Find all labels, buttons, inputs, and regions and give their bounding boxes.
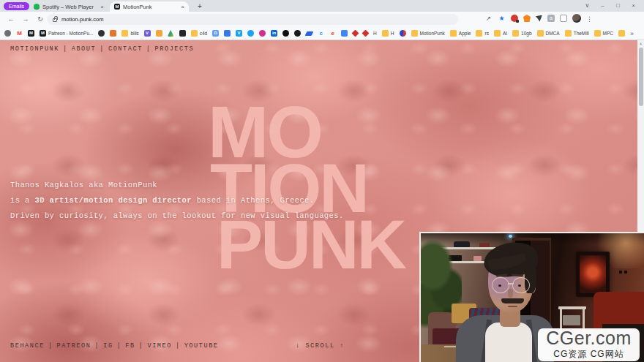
- glasses-lens: [512, 277, 530, 293]
- bookmark-folder-motionpunk[interactable]: MotionPunk: [411, 30, 445, 37]
- bookmark-folder-dmca[interactable]: DMCA: [537, 30, 560, 37]
- footer-link-vimeo[interactable]: VIMEO: [147, 342, 172, 350]
- new-tab-button[interactable]: +: [195, 1, 205, 12]
- tab-search-icon[interactable]: ∨: [580, 0, 595, 12]
- browser-menu-icon[interactable]: ⋮: [586, 15, 593, 23]
- folder-dmca-icon: [537, 30, 544, 37]
- tab-close-icon[interactable]: ×: [181, 4, 184, 10]
- sidepanel-extension-icon[interactable]: [560, 15, 567, 22]
- tab-group-emails[interactable]: Emails: [4, 2, 29, 10]
- adblock-extension-icon[interactable]: [511, 15, 518, 22]
- motionpunk-icon: M: [28, 30, 34, 37]
- nav-link-about[interactable]: ABOUT: [72, 45, 97, 53]
- bookmark-docs[interactable]: D: [212, 30, 219, 37]
- hero-line-3: Driven by curiosity, always on the looko…: [10, 208, 344, 224]
- footer-link-behance[interactable]: BEHANCE: [10, 342, 45, 350]
- person-tshirt: [485, 323, 532, 362]
- watermark-title: CGer.com: [538, 328, 640, 348]
- bookmark-folder-ai[interactable]: AI: [494, 30, 507, 37]
- person-nose: [508, 289, 513, 298]
- url-text[interactable]: motion-punk.com: [61, 16, 104, 23]
- folder-themill-icon: [565, 30, 572, 37]
- bookmark-linkedin[interactable]: in: [271, 30, 277, 37]
- dark-square-icon: [179, 30, 186, 37]
- dark-extension-icon[interactable]: [536, 15, 542, 22]
- e-site-icon: e: [329, 30, 336, 37]
- bookmarks-overflow-icon[interactable]: »: [630, 30, 634, 37]
- tab-title: Spotify – Web Player: [42, 4, 97, 10]
- scrollbar-up-icon[interactable]: ▲: [637, 40, 644, 47]
- instagram-icon: [259, 30, 266, 37]
- translate-extension-icon[interactable]: a: [547, 15, 555, 22]
- tab-motionpunk[interactable]: M MotionPunk ×: [110, 1, 189, 12]
- tab-spotify[interactable]: Spotify – Web Player ×: [29, 1, 108, 12]
- bookmark-vimeo[interactable]: V: [236, 30, 242, 37]
- bookmark-orange-site[interactable]: [110, 30, 116, 37]
- blue-red-site-icon: [400, 30, 406, 37]
- footer-link-patreon[interactable]: PATREON: [57, 342, 91, 350]
- bookmark-h-bookmark[interactable]: H: [373, 31, 377, 36]
- bookmark-folder-apple[interactable]: Apple: [450, 30, 471, 37]
- address-bar[interactable]: motion-punk.com: [47, 14, 458, 25]
- bookmark-folder-mpc[interactable]: MPC: [594, 30, 613, 37]
- bookmark-motionpunk[interactable]: M: [28, 30, 34, 37]
- nav-link-motionpunk[interactable]: MOTIONPUNK: [10, 45, 59, 53]
- bookmark-dark-site[interactable]: [98, 30, 105, 37]
- bookmark-blue-red-site[interactable]: [400, 30, 406, 37]
- bookmark-folder-h[interactable]: H: [382, 30, 394, 37]
- bookmark-dark-red-site[interactable]: [294, 30, 301, 37]
- footer-link-youtube[interactable]: YOUTUBE: [184, 342, 219, 350]
- bookmark-red-diamond-2[interactable]: [363, 31, 368, 36]
- bookmark-label: Apple: [459, 31, 471, 36]
- bookmark-tiktok[interactable]: [282, 30, 289, 37]
- metamask-extension-icon[interactable]: [523, 15, 531, 22]
- bookmark-globe[interactable]: [4, 30, 11, 37]
- reload-button[interactable]: ↻: [35, 14, 45, 24]
- footer-link-fb[interactable]: FB: [125, 342, 135, 350]
- footer-link-ig[interactable]: IG: [103, 342, 113, 350]
- bookmark-google-drive[interactable]: [168, 30, 174, 37]
- bookmark-folder-10gb[interactable]: 10gb: [512, 30, 531, 37]
- bookmark-amber-site[interactable]: [156, 30, 162, 37]
- globe-icon: [4, 30, 11, 37]
- folder-framestore-icon: [618, 30, 625, 37]
- minimize-button[interactable]: –: [595, 0, 610, 12]
- bookmark-e-site[interactable]: e: [329, 30, 336, 37]
- forward-button[interactable]: →: [20, 14, 31, 24]
- bookmark-patreon-motionpunk[interactable]: MPatreon - MotionPu...: [40, 30, 93, 37]
- nav-link-contact[interactable]: CONTACT: [108, 45, 143, 53]
- orange-site-icon: [110, 30, 116, 37]
- hero-line2-pre: is a: [10, 196, 35, 205]
- bookmark-blue-swoosh[interactable]: [306, 31, 312, 36]
- bookmark-gmail[interactable]: M: [16, 30, 23, 37]
- separator: |: [172, 342, 184, 350]
- share-icon[interactable]: ↗: [484, 15, 493, 23]
- bookmark-folder-c4d[interactable]: c4d: [191, 30, 207, 37]
- bookmark-purple-v[interactable]: V: [144, 30, 151, 37]
- bookmark-star-icon[interactable]: ★: [498, 15, 506, 23]
- nav-link-projects[interactable]: PROJECTS: [155, 45, 195, 53]
- close-button[interactable]: ×: [626, 0, 641, 12]
- bookmark-folder-framestore[interactable]: Framestore: [618, 30, 627, 37]
- bookmark-twitter[interactable]: [247, 30, 254, 37]
- bookmark-folder-themill[interactable]: TheMill: [565, 30, 589, 37]
- back-button[interactable]: ←: [6, 14, 16, 24]
- motionpunk-favicon-icon: M: [114, 4, 120, 10]
- purple-v-icon: V: [144, 30, 151, 37]
- maximize-button[interactable]: □: [610, 0, 626, 12]
- bookmark-c-site[interactable]: c: [318, 30, 324, 37]
- tab-close-icon[interactable]: ×: [100, 4, 104, 10]
- scrollbar-thumb[interactable]: [639, 48, 643, 106]
- bookmark-folder-bills[interactable]: bills: [121, 30, 138, 37]
- bookmark-folder-rs[interactable]: rs: [476, 30, 488, 37]
- bookmark-blue-site[interactable]: [224, 30, 231, 37]
- bookmark-dark-square[interactable]: [179, 30, 186, 37]
- amber-site-icon: [156, 30, 162, 37]
- bookmark-blue-square[interactable]: [341, 30, 348, 37]
- profile-avatar[interactable]: [572, 14, 581, 23]
- patreon-motionpunk-icon: M: [40, 30, 46, 37]
- bookmark-instagram[interactable]: [259, 30, 266, 37]
- lock-icon: [53, 18, 57, 22]
- bookmark-red-diamond-1[interactable]: [353, 31, 358, 36]
- separator: |: [45, 342, 57, 350]
